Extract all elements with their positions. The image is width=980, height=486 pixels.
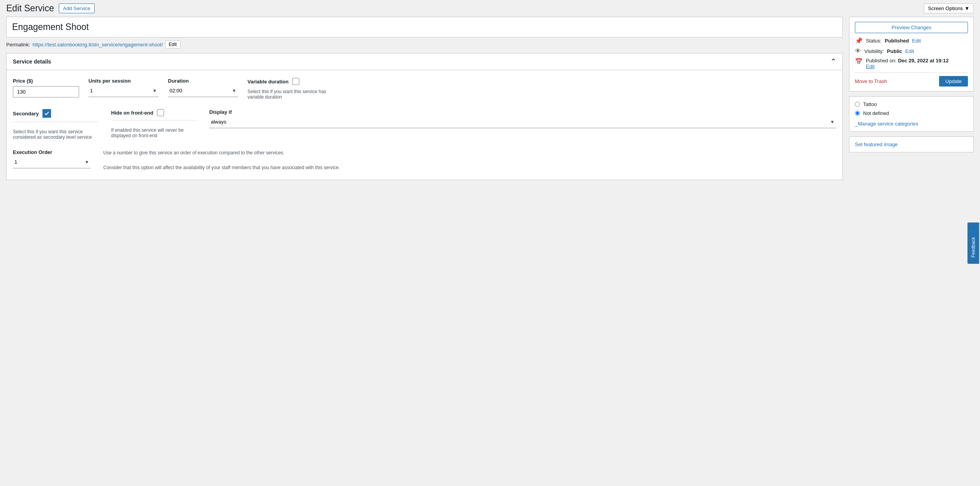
publish-panel-body: Preview Changes 📌 Status: Published Edit… [849, 17, 973, 91]
move-to-trash-link[interactable]: Move to Trash [855, 78, 887, 84]
featured-image-panel-body: Set featured image [849, 137, 973, 152]
published-edit-link[interactable]: Edit [866, 64, 874, 69]
units-label: Units per session [88, 78, 159, 84]
hide-frontend-group: Hide on front-end If enabled this servic… [111, 109, 197, 138]
status-label: Status: [866, 38, 881, 44]
duration-group: Duration 02:00 01:00 00:30 ▼ [168, 78, 238, 97]
action-row: Move to Trash Update [855, 72, 968, 87]
secondary-checkbox[interactable] [42, 109, 51, 118]
visibility-value: Public [887, 48, 902, 54]
visibility-row: 👁 Visibility: Public Edit [855, 48, 968, 55]
status-value: Published [885, 38, 909, 44]
variable-duration-label: Variable duration [247, 79, 288, 85]
hide-frontend-checkbox[interactable] [157, 109, 164, 116]
manage-categories-link[interactable]: _Manage service categories [855, 121, 918, 127]
panel-title: Service details [13, 58, 51, 65]
panel-header: Service details ⌃ [7, 53, 842, 70]
execution-desc-1: Use a number to give this service an ord… [103, 149, 836, 157]
tattoo-radio-row: Tattoo [855, 101, 968, 107]
publish-panel: Preview Changes 📌 Status: Published Edit… [849, 17, 974, 92]
update-button[interactable]: Update [939, 76, 968, 87]
status-edit-link[interactable]: Edit [912, 38, 921, 44]
fields-row-1: Price ($) Units per session 1 2 3 ▼ [13, 78, 836, 100]
execution-row: Execution Order 1 2 3 ▼ Use a number [13, 149, 836, 172]
visibility-edit-link[interactable]: Edit [905, 48, 914, 54]
page-title: Edit Service [6, 3, 54, 14]
variable-duration-checkbox[interactable] [292, 78, 299, 85]
permalink-label: Permalink: [6, 42, 30, 48]
execution-desc: Use a number to give this service an ord… [103, 149, 836, 172]
not-defined-radio[interactable] [855, 111, 860, 116]
chevron-down-icon: ▼ [964, 5, 969, 11]
display-if-select-wrapper: always never ▼ [209, 117, 836, 128]
secondary-checkbox-row: Secondary [13, 109, 99, 118]
duration-select-wrapper: 02:00 01:00 00:30 ▼ [168, 86, 238, 97]
units-select[interactable]: 1 2 3 [88, 86, 159, 95]
execution-order-label: Execution Order [13, 149, 91, 155]
tattoo-label: Tattoo [863, 101, 877, 107]
permalink-bar: Permalink: https://test.salonbooking.it/… [6, 41, 843, 48]
published-row: 📅 Published on: Dec 29, 2022 at 19:12 Ed… [855, 58, 968, 69]
status-row: 📌 Status: Published Edit [855, 37, 968, 44]
execution-order-select[interactable]: 1 2 3 [13, 157, 91, 166]
title-box [6, 17, 843, 37]
panel-body: Price ($) Units per session 1 2 3 ▼ [7, 70, 842, 180]
published-label: Published on: [866, 58, 897, 64]
visibility-label: Visibility: [864, 48, 884, 54]
service-details-panel: Service details ⌃ Price ($) Units per se… [6, 53, 843, 180]
variable-duration-group: Variable duration Select this if you wan… [247, 78, 836, 100]
permalink-link[interactable]: https://test.salonbooking.it/sln_service… [32, 42, 163, 48]
duration-label: Duration [168, 78, 238, 84]
tattoo-radio[interactable] [855, 102, 860, 107]
categories-panel-body: Tattoo Not defined _Manage service categ… [849, 97, 973, 131]
status-icon: 📌 [855, 37, 863, 44]
variable-duration-desc: Select this if you want this service has… [247, 89, 333, 100]
secondary-group: Secondary Select this if you want this s… [13, 109, 99, 140]
secondary-row: Secondary Select this if you want this s… [13, 109, 836, 140]
hide-frontend-label: Hide on front-end [111, 110, 153, 116]
collapse-icon[interactable]: ⌃ [830, 57, 836, 66]
hide-frontend-desc: If enabled this service will never be di… [111, 127, 197, 138]
duration-select[interactable]: 02:00 01:00 00:30 [168, 86, 238, 95]
price-group: Price ($) [13, 78, 79, 97]
secondary-desc: Select this if you want this service con… [13, 129, 99, 140]
categories-panel: Tattoo Not defined _Manage service categ… [849, 96, 974, 132]
units-select-wrapper: 1 2 3 ▼ [88, 86, 159, 97]
execution-order-select-wrapper: 1 2 3 ▼ [13, 157, 91, 168]
published-icon: 📅 [855, 58, 863, 65]
secondary-label: Secondary [13, 111, 39, 117]
service-title-input[interactable] [11, 20, 839, 34]
set-featured-image-link[interactable]: Set featured image [855, 141, 898, 147]
screen-options-label: Screen Options [928, 5, 963, 11]
units-group: Units per session 1 2 3 ▼ [88, 78, 159, 97]
visibility-icon: 👁 [855, 48, 861, 55]
sidebar: Preview Changes 📌 Status: Published Edit… [849, 17, 974, 180]
not-defined-label: Not defined [863, 110, 889, 116]
featured-image-panel: Set featured image [849, 136, 974, 152]
execution-desc-2: Consider that this option will affect th… [103, 164, 836, 171]
add-service-button[interactable]: Add Service [59, 4, 95, 13]
price-label: Price ($) [13, 78, 79, 84]
price-input[interactable] [13, 86, 79, 97]
screen-options-button[interactable]: Screen Options ▼ [924, 4, 974, 13]
permalink-edit-button[interactable]: Edit [165, 41, 180, 48]
categories-radio-group: Tattoo Not defined [855, 101, 968, 116]
hide-frontend-checkbox-row: Hide on front-end [111, 109, 197, 116]
display-if-label: Display if [209, 109, 836, 115]
not-defined-radio-row: Not defined [855, 110, 968, 116]
display-if-select[interactable]: always never [209, 117, 836, 126]
preview-changes-button[interactable]: Preview Changes [855, 22, 968, 33]
content-area: Permalink: https://test.salonbooking.it/… [6, 17, 843, 180]
published-text: Published on: Dec 29, 2022 at 19:12 Edit [866, 58, 949, 69]
variable-duration-checkbox-row: Variable duration [247, 78, 836, 85]
execution-order-group: Execution Order 1 2 3 ▼ [13, 149, 91, 168]
published-value: Dec 29, 2022 at 19:12 [898, 58, 948, 64]
display-if-group: Display if always never ▼ [209, 109, 836, 128]
